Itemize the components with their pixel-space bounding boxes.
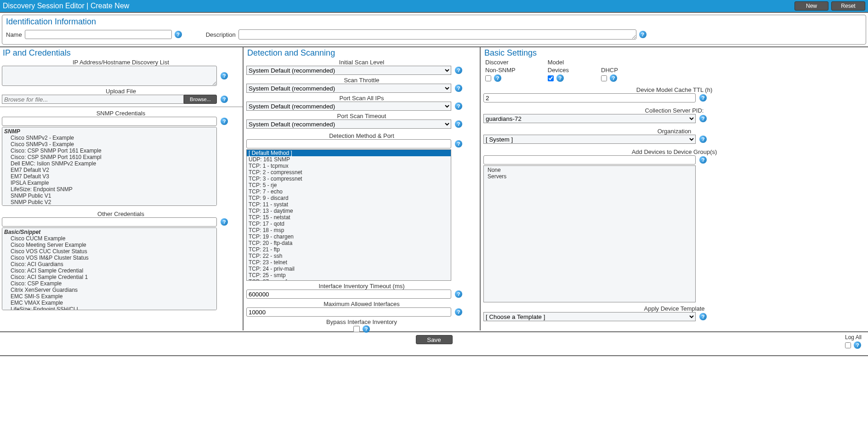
list-item[interactable]: TCP: 5 - rje <box>247 182 451 188</box>
list-item[interactable]: None <box>486 167 693 173</box>
list-item[interactable]: TCP: 3 - compressnet <box>247 176 451 182</box>
list-item[interactable]: Cisco: CSP SNMP Port 1610 Exampl <box>4 154 215 160</box>
list-item[interactable]: TCP: 24 - priv-mail <box>247 266 451 272</box>
description-input[interactable] <box>238 29 636 40</box>
list-item[interactable]: TCP: 21 - ftp <box>247 246 451 253</box>
list-item[interactable]: TCP: 17 - qotd <box>247 221 451 227</box>
list-item[interactable]: TCP: 1 - tcpmux <box>247 163 451 169</box>
other-credentials-list[interactable]: Basic/Snippet Cisco CUCM ExampleCisco Me… <box>2 227 217 310</box>
save-button[interactable]: Save <box>416 335 453 344</box>
list-item[interactable]: LifeSize: Endpoint SNMP <box>4 186 215 193</box>
device-groups-list[interactable]: NoneServers <box>483 165 696 302</box>
port-scan-all-select[interactable]: System Default (recommended) <box>246 102 451 111</box>
help-icon[interactable]: ? <box>455 290 462 298</box>
list-item[interactable]: Cisco: ACI Guardians <box>4 261 215 267</box>
help-icon[interactable]: ? <box>455 140 462 148</box>
list-item[interactable]: Servers <box>486 173 693 180</box>
list-item[interactable]: Cisco CUCM Example <box>4 235 215 242</box>
list-item[interactable]: TCP: 2 - compressnet <box>247 169 451 176</box>
list-item[interactable]: IPSLA Example <box>4 180 215 186</box>
help-icon[interactable]: ? <box>455 85 462 92</box>
list-item[interactable]: EMC SMI-S Example <box>4 293 215 300</box>
list-item[interactable]: SNMP Public V2 <box>4 199 215 205</box>
list-item[interactable]: TCP: 20 - ftp-data <box>247 240 451 246</box>
upload-file-input[interactable] <box>2 95 184 104</box>
help-icon[interactable]: ? <box>455 308 462 316</box>
list-item[interactable]: TCP: 25 - smtp <box>247 272 451 278</box>
cache-ttl-input[interactable] <box>483 93 696 102</box>
other-search-input[interactable] <box>2 217 217 227</box>
list-item[interactable]: Citrix XenServer Guardians <box>4 287 215 293</box>
model-devices-checkbox[interactable] <box>548 75 554 81</box>
list-item[interactable]: Cisco SNMPv3 - Example <box>4 141 215 148</box>
list-item[interactable]: Cisco: ACI Sample Credential 1 <box>4 274 215 280</box>
browse-button[interactable]: Browse... <box>184 95 217 104</box>
detection-method-search[interactable] <box>246 139 451 148</box>
help-icon[interactable]: ? <box>699 115 707 122</box>
list-item[interactable]: Cisco SNMPv2 - Example <box>4 135 215 141</box>
list-item[interactable]: TCP: 19 - chargen <box>247 233 451 240</box>
organization-select[interactable]: [ System ] <box>483 135 696 144</box>
help-icon[interactable]: ? <box>854 341 861 349</box>
detection-method-list[interactable]: [ Default Method ] UDP: 161 SNMPTCP: 1 -… <box>246 149 451 281</box>
max-interfaces-input[interactable] <box>246 307 451 317</box>
list-item[interactable]: TCP: 13 - daytime <box>247 208 451 214</box>
new-button[interactable]: New <box>794 1 828 11</box>
help-icon[interactable]: ? <box>610 74 617 82</box>
help-icon[interactable]: ? <box>455 120 462 128</box>
dhcp-checkbox[interactable] <box>601 75 607 81</box>
help-icon[interactable]: ? <box>699 313 707 320</box>
list-item[interactable]: TCP: 27 - nsw-fe <box>247 278 451 281</box>
device-groups-search[interactable] <box>483 155 696 165</box>
snmp-credentials-list[interactable]: SNMP Cisco SNMPv2 - ExampleCisco SNMPv3 … <box>2 127 217 206</box>
initial-scan-level-select[interactable]: System Default (recommended) <box>246 66 451 75</box>
list-item[interactable]: Cisco: CSP Example <box>4 280 215 287</box>
help-icon[interactable]: ? <box>494 74 501 82</box>
help-icon[interactable]: ? <box>556 74 564 82</box>
list-item[interactable]: EM7 Default V2 <box>4 167 215 173</box>
list-item[interactable]: UDP: 161 SNMP <box>247 156 451 163</box>
help-icon[interactable]: ? <box>699 136 707 143</box>
list-item[interactable]: Cisco VOS IM&P Cluster Status <box>4 255 215 261</box>
port-scan-timeout-select[interactable]: System Default (recommended) <box>246 119 451 129</box>
help-icon[interactable]: ? <box>699 94 707 102</box>
help-icon[interactable]: ? <box>221 96 228 103</box>
help-icon[interactable]: ? <box>221 218 228 226</box>
log-all-checkbox[interactable] <box>845 342 851 348</box>
collector-pid-select[interactable]: guardians-72 <box>483 114 696 123</box>
help-icon[interactable]: ? <box>221 72 228 80</box>
list-item[interactable]: Cisco VOS CUC Cluster Status <box>4 248 215 255</box>
list-item[interactable]: TCP: 22 - ssh <box>247 253 451 259</box>
list-item[interactable]: SNMP Public V1 <box>4 193 215 199</box>
help-icon[interactable]: ? <box>699 156 707 164</box>
list-item[interactable]: Dell EMC: Isilon SNMPv2 Example <box>4 160 215 167</box>
snmp-search-input[interactable] <box>2 117 217 126</box>
list-item[interactable]: Cisco: CSP SNMP Port 161 Example <box>4 148 215 154</box>
help-icon[interactable]: ? <box>455 67 462 74</box>
list-item[interactable]: TCP: 23 - telnet <box>247 259 451 266</box>
list-item[interactable]: TCP: 18 - msp <box>247 227 451 233</box>
help-icon[interactable]: ? <box>639 31 647 38</box>
device-template-select[interactable]: [ Choose a Template ] <box>483 312 696 321</box>
list-item[interactable]: TCP: 15 - netstat <box>247 214 451 221</box>
bypass-inventory-checkbox[interactable] <box>353 326 360 332</box>
name-input[interactable] <box>25 30 172 39</box>
list-item[interactable]: TCP: 9 - discard <box>247 195 451 201</box>
help-icon[interactable]: ? <box>363 325 370 333</box>
list-item[interactable]: Cisco: ACI Sample Credential <box>4 267 215 274</box>
detection-selected-item[interactable]: [ Default Method ] <box>247 150 451 156</box>
ip-list-input[interactable] <box>2 66 217 86</box>
help-icon[interactable]: ? <box>455 102 462 110</box>
list-item[interactable]: Cisco Meeting Server Example <box>4 242 215 248</box>
reset-button[interactable]: Reset <box>831 1 865 11</box>
help-icon[interactable]: ? <box>221 118 228 125</box>
discover-non-snmp-checkbox[interactable] <box>485 75 491 81</box>
scan-throttle-select[interactable]: System Default (recommended) <box>246 84 451 93</box>
list-item[interactable]: LifeSize: Endpoint SSH/CLI <box>4 306 215 310</box>
help-icon[interactable]: ? <box>175 31 182 38</box>
list-item[interactable]: TCP: 11 - systat <box>247 201 451 208</box>
list-item[interactable]: TCP: 7 - echo <box>247 188 451 195</box>
list-item[interactable]: EMC VMAX Example <box>4 300 215 306</box>
interface-timeout-input[interactable] <box>246 290 451 299</box>
list-item[interactable]: EM7 Default V3 <box>4 173 215 180</box>
